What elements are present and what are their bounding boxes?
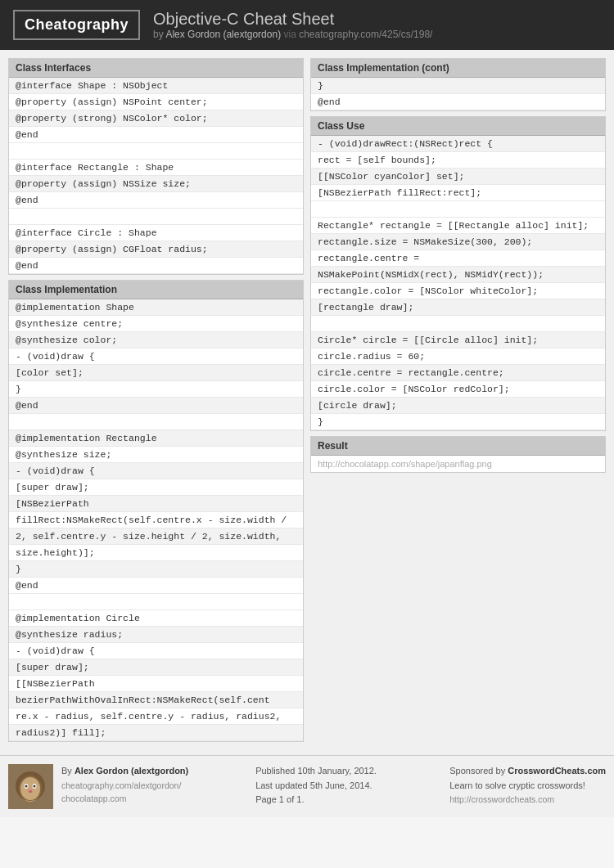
header-title-block: Objective-C Cheat Sheet by Alex Gordon (… (153, 10, 432, 40)
class-implementation-panel: Class Implementation @implementation Sha… (8, 280, 304, 742)
list-item: fillRect:NSMakeRect(self.centre.x - size… (9, 512, 303, 528)
list-item (9, 143, 303, 160)
list-item (9, 414, 303, 430)
left-column: Class Interfaces @interface Shape : NSOb… (8, 58, 304, 747)
list-item: - (void)draw { (9, 463, 303, 479)
result-header: Result (311, 437, 605, 456)
class-implementation-header: Class Implementation (9, 281, 303, 299)
list-item: - (void)draw { (9, 643, 303, 659)
sponsor-label: Sponsored by CrosswordCheats.com (449, 764, 606, 779)
list-item (9, 209, 303, 225)
list-item: @end (9, 258, 303, 274)
footer-updated: Last updated 5th June, 2014. (255, 779, 441, 794)
by-text: by (153, 29, 164, 40)
list-item: } (9, 561, 303, 578)
list-item: NSMakePoint(NSMidX(rect), NSMidY(rect)); (311, 267, 605, 283)
list-item: rectangle.color = [NSColor whiteColor]; (311, 283, 605, 299)
list-item: - (void)drawRect:(NSRect)rect { (311, 136, 605, 152)
list-item: circle.radius = 60; (311, 349, 605, 365)
list-item: size.height)]; (9, 545, 303, 561)
class-use-code: - (void)drawRect:(NSRect)rect { rect = [… (311, 136, 605, 430)
footer-page: Page 1 of 1. (255, 793, 441, 807)
list-item: @synthesize size; (9, 447, 303, 463)
footer: By Alex Gordon (alextgordon) cheatograph… (0, 755, 614, 817)
svg-point-9 (29, 790, 32, 793)
class-interfaces-panel: Class Interfaces @interface Shape : NSOb… (8, 58, 304, 275)
list-item: [NSBezierPath (9, 496, 303, 512)
list-item: @implementation Circle (9, 610, 303, 627)
list-item (311, 316, 605, 332)
header-subtitle: by Alex Gordon (alextgordon) via cheatog… (153, 29, 432, 40)
list-item: @end (9, 127, 303, 143)
list-item: [super draw]; (9, 659, 303, 676)
list-item: rect = [self bounds]; (311, 152, 605, 169)
list-item: [super draw]; (9, 479, 303, 496)
list-item: [[NSBezierPath (9, 676, 303, 692)
list-item (9, 594, 303, 610)
list-item: circle.centre = rectangle.centre; (311, 365, 605, 381)
list-item: rectangle.size = NSMakeSize(300, 200); (311, 234, 605, 250)
footer-author-name: Alex Gordon (alextgordon) (74, 766, 188, 776)
list-item: @interface Shape : NSObject (9, 78, 303, 94)
list-item: @implementation Shape (9, 299, 303, 316)
list-item: @interface Rectangle : Shape (9, 160, 303, 176)
sponsor-name: CrosswordCheats.com (508, 766, 606, 776)
sponsor-link[interactable]: http://crosswordcheats.com (449, 793, 606, 807)
footer-sponsor-section: Sponsored by CrosswordCheats.com Learn t… (449, 764, 606, 807)
svg-point-6 (25, 785, 28, 788)
footer-link1[interactable]: cheatography.com/alextgordon/ (61, 779, 247, 793)
list-item: [NSBezierPath fillRect:rect]; (311, 185, 605, 201)
list-item: @end (311, 94, 605, 110)
list-item: Rectangle* rectangle = [[Rectangle alloc… (311, 218, 605, 234)
logo-box: Cheatography (13, 10, 140, 40)
list-item: } (9, 381, 303, 398)
list-item: [color set]; (9, 365, 303, 381)
list-item: @implementation Rectangle (9, 430, 303, 447)
footer-author-section: By Alex Gordon (alextgordon) cheatograph… (61, 764, 247, 806)
list-item: @end (9, 192, 303, 209)
list-item: @synthesize radius; (9, 627, 303, 643)
list-item: } (311, 78, 605, 94)
list-item: re.x - radius, self.centre.y - radius, r… (9, 708, 303, 725)
author-name: Alex Gordon (alextgordon) (165, 29, 281, 40)
footer-published: Published 10th January, 2012. (255, 764, 441, 779)
class-impl-cont-code: } @end (311, 78, 605, 110)
list-item: circle.color = [NSColor redColor]; (311, 381, 605, 398)
list-item: [[NSColor cyanColor] set]; (311, 169, 605, 185)
list-item: bezierPathWithOvalInRect:NSMakeRect(self… (9, 692, 303, 708)
via-text: via (283, 29, 296, 40)
list-item: [rectangle draw]; (311, 299, 605, 316)
list-item: } (311, 414, 605, 430)
list-item: @property (assign) NSSize size; (9, 176, 303, 192)
class-use-header: Class Use (311, 117, 605, 136)
list-item: @property (assign) CGFloat radius; (9, 241, 303, 258)
list-item: radius2)] fill]; (9, 725, 303, 741)
sponsor-prefix: Sponsored by (449, 766, 508, 776)
list-item: Circle* circle = [[Circle alloc] init]; (311, 332, 605, 349)
avatar (8, 764, 53, 809)
class-impl-cont-header: Class Implementation (cont) (311, 59, 605, 78)
list-item: 2, self.centre.y - size.height / 2, size… (9, 528, 303, 545)
main-content: Class Interfaces @interface Shape : NSOb… (0, 50, 614, 755)
list-item: rectangle.centre = (311, 250, 605, 267)
class-interfaces-code: @interface Shape : NSObject @property (a… (9, 78, 303, 274)
class-implementation-code: @implementation Shape @synthesize centre… (9, 299, 303, 741)
by-prefix: By (61, 766, 74, 776)
class-use-panel: Class Use - (void)drawRect:(NSRect)rect … (310, 116, 606, 431)
header: Cheatography Objective-C Cheat Sheet by … (0, 0, 614, 50)
page-title: Objective-C Cheat Sheet (153, 10, 432, 29)
list-item: @end (9, 398, 303, 414)
class-impl-cont-panel: Class Implementation (cont) } @end (310, 58, 606, 111)
list-item: @property (strong) NSColor* color; (9, 110, 303, 127)
list-item: @interface Circle : Shape (9, 225, 303, 241)
list-item: @end (9, 578, 303, 594)
class-interfaces-header: Class Interfaces (9, 59, 303, 78)
list-item (311, 201, 605, 218)
sponsor-tagline: Learn to solve cryptic crosswords! (449, 779, 606, 794)
svg-point-7 (34, 785, 36, 788)
list-item: @synthesize centre; (9, 316, 303, 332)
footer-link2[interactable]: chocolatapp.com (61, 792, 247, 806)
right-column: Class Implementation (cont) } @end Class… (310, 58, 606, 747)
list-item: @synthesize color; (9, 332, 303, 349)
url-text: cheatography.com/425/cs/198/ (299, 29, 432, 40)
